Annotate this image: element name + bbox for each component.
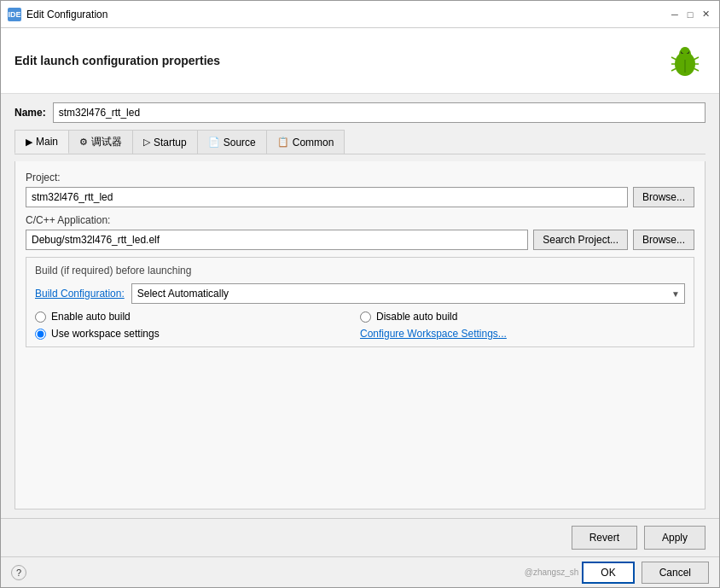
build-config-select-wrapper: Select Automatically Debug Release ▼ bbox=[131, 283, 685, 304]
tab-startup[interactable]: ▷ Startup bbox=[132, 130, 198, 154]
debug-tab-icon: ⚙ bbox=[79, 137, 88, 148]
close-button[interactable]: ✕ bbox=[699, 8, 712, 21]
tab-startup-label: Startup bbox=[154, 137, 187, 148]
project-field-group: Project: Browse... bbox=[26, 172, 694, 207]
configure-workspace-link[interactable]: Configure Workspace Settings... bbox=[360, 328, 507, 340]
tab-debug[interactable]: ⚙ 调试器 bbox=[68, 130, 133, 154]
name-row: Name: bbox=[15, 102, 705, 123]
edit-configuration-dialog: IDE Edit Configuration ─ □ ✕ Edit launch… bbox=[0, 0, 720, 588]
disable-auto-build-radio[interactable] bbox=[360, 311, 371, 323]
title-bar: IDE Edit Configuration ─ □ ✕ bbox=[1, 1, 719, 28]
source-tab-icon: 📄 bbox=[208, 137, 220, 148]
enable-auto-build-radio[interactable] bbox=[35, 311, 46, 323]
tab-source[interactable]: 📄 Source bbox=[197, 130, 267, 154]
build-section: Build (if required) before launching Bui… bbox=[26, 257, 694, 347]
tab-source-label: Source bbox=[224, 137, 256, 148]
tab-main[interactable]: ▶ Main bbox=[15, 130, 69, 154]
disable-auto-build-label: Disable auto build bbox=[376, 311, 457, 323]
tab-debug-label: 调试器 bbox=[91, 135, 122, 149]
project-label: Project: bbox=[26, 172, 694, 183]
project-browse-button[interactable]: Browse... bbox=[633, 187, 694, 207]
revert-button[interactable]: Revert bbox=[572, 526, 637, 550]
dialog-header-title: Edit launch configuration properties bbox=[15, 54, 220, 67]
help-button[interactable]: ? bbox=[11, 565, 26, 580]
tab-content-main: Project: Browse... C/C++ Application: Se… bbox=[15, 161, 705, 509]
app-icon: IDE bbox=[8, 8, 21, 21]
tab-common-label: Common bbox=[293, 137, 334, 148]
window-title: Edit Configuration bbox=[26, 9, 663, 20]
maximize-button[interactable]: □ bbox=[683, 8, 697, 21]
app-input[interactable] bbox=[26, 230, 528, 250]
radio-group: Enable auto build Disable auto build Use… bbox=[35, 311, 685, 340]
build-section-title: Build (if required) before launching bbox=[35, 265, 685, 277]
app-row: Search Project... Browse... bbox=[26, 230, 694, 250]
apply-button[interactable]: Apply bbox=[644, 526, 705, 550]
title-bar-controls: ─ □ ✕ bbox=[668, 8, 712, 21]
svg-point-11 bbox=[681, 47, 689, 54]
footer-buttons: OK Cancel bbox=[582, 562, 709, 584]
use-workspace-radio[interactable] bbox=[35, 329, 46, 340]
disable-auto-build-item: Disable auto build bbox=[360, 311, 685, 323]
tab-bar: ▶ Main ⚙ 调试器 ▷ Startup 📄 Source 📋 Common bbox=[15, 130, 705, 154]
enable-auto-build-item: Enable auto build bbox=[35, 311, 360, 323]
app-field-group: C/C++ Application: Search Project... Bro… bbox=[26, 214, 694, 250]
enable-auto-build-label: Enable auto build bbox=[51, 311, 131, 323]
use-workspace-item: Use workspace settings bbox=[35, 328, 360, 340]
ok-button[interactable]: OK bbox=[582, 562, 634, 584]
search-project-button[interactable]: Search Project... bbox=[533, 230, 628, 250]
build-config-link[interactable]: Build Configuration: bbox=[35, 288, 125, 300]
use-workspace-label: Use workspace settings bbox=[51, 328, 160, 340]
app-browse-button[interactable]: Browse... bbox=[633, 230, 694, 250]
main-tab-icon: ▶ bbox=[26, 137, 32, 148]
bug-icon bbox=[665, 40, 705, 81]
build-config-select[interactable]: Select Automatically Debug Release bbox=[131, 283, 685, 304]
configure-workspace-item: Configure Workspace Settings... bbox=[360, 328, 685, 340]
name-label: Name: bbox=[15, 107, 46, 119]
minimize-button[interactable]: ─ bbox=[668, 8, 682, 21]
project-input[interactable] bbox=[26, 187, 628, 207]
bottom-action-bar: Revert Apply bbox=[1, 518, 719, 556]
tab-main-label: Main bbox=[36, 136, 58, 148]
startup-tab-icon: ▷ bbox=[143, 137, 150, 148]
common-tab-icon: 📋 bbox=[277, 137, 289, 148]
tab-common[interactable]: 📋 Common bbox=[266, 130, 345, 154]
cancel-button[interactable]: Cancel bbox=[642, 562, 709, 584]
watermark: @zhangsz_sh bbox=[525, 568, 583, 577]
content-area: Name: ▶ Main ⚙ 调试器 ▷ Startup 📄 Source 📋 bbox=[1, 94, 719, 518]
build-config-row: Build Configuration: Select Automaticall… bbox=[35, 283, 685, 304]
project-row: Browse... bbox=[26, 187, 694, 207]
name-input[interactable] bbox=[53, 102, 705, 123]
app-label: C/C++ Application: bbox=[26, 214, 694, 226]
header-section: Edit launch configuration properties bbox=[1, 28, 719, 94]
footer-bar: ? @zhangsz_sh OK Cancel bbox=[1, 556, 719, 587]
